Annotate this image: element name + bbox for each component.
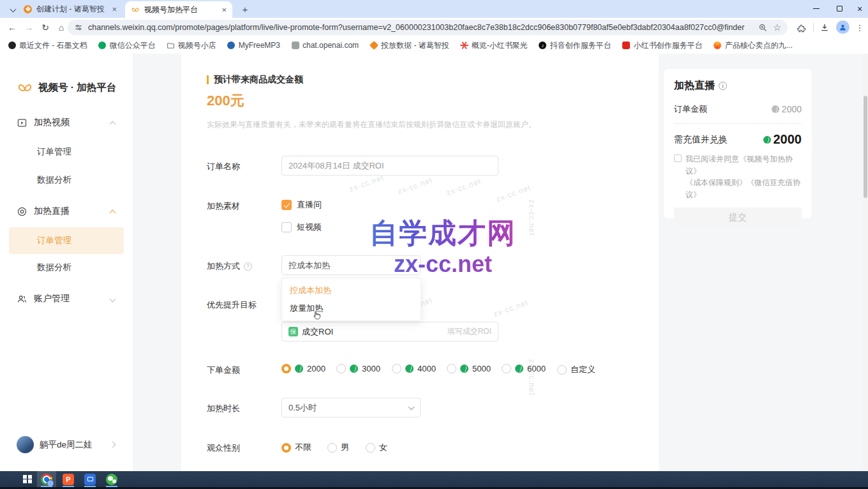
method-label: 加热方式? (207, 260, 252, 272)
radio-icon[interactable] (366, 443, 375, 453)
folder-icon (167, 41, 175, 50)
bookmark-item[interactable]: 投放数据 - 诸葛智投 (370, 40, 449, 51)
material-option-video[interactable]: 短视频 (281, 222, 322, 233)
budget-option-2000[interactable]: 2000 (281, 364, 326, 373)
browser-menu-button[interactable]: ⋮ (854, 20, 865, 34)
gender-label: 观众性别 (207, 442, 240, 454)
scrollbar-thumb[interactable] (864, 96, 867, 198)
info-icon[interactable]: i (719, 82, 727, 90)
gender-option-female[interactable]: 女 (366, 442, 387, 453)
radio-icon[interactable] (447, 364, 456, 373)
radio-icon[interactable] (557, 365, 567, 375)
zhuge-icon (370, 41, 378, 50)
close-tab-icon[interactable]: × (221, 6, 227, 14)
gender-option-male[interactable]: 男 (327, 442, 349, 453)
window-close-button[interactable]: × (850, 0, 868, 17)
duration-select[interactable]: 0.5小时 (281, 398, 421, 418)
toolbar-divider (813, 23, 814, 32)
close-tab-icon[interactable]: × (112, 5, 117, 13)
budget-option-6000[interactable]: 6000 (502, 364, 546, 373)
roi-name: 成交ROI (302, 326, 333, 338)
watermark-tile: zx-cc.net (348, 173, 385, 194)
bookmark-item[interactable]: 微信公众平台 (98, 40, 156, 51)
bookmark-item[interactable]: 视频号小店 (167, 40, 216, 51)
sidebar-item-live-orders-active[interactable]: 订单管理 (9, 227, 124, 254)
new-tab-button[interactable]: + (239, 3, 251, 15)
budget-option-custom[interactable]: 自定义 (557, 364, 595, 375)
dropdown-option-volume[interactable]: 放量加热 (282, 299, 421, 317)
downloads-icon[interactable] (819, 22, 830, 33)
extensions-icon[interactable] (797, 22, 807, 33)
radio-icon[interactable] (392, 364, 401, 373)
live-icon (17, 206, 27, 217)
sidebar-item-video-analytics[interactable]: 数据分析 (37, 174, 71, 186)
dropdown-option-cost-control[interactable]: 控成本加热 (282, 282, 421, 299)
method-dropdown: 控成本加热 放量加热 (281, 278, 421, 321)
taskbar-blue-app[interactable] (80, 471, 100, 487)
radio-icon[interactable] (336, 364, 346, 373)
myfreemp3-icon (227, 41, 235, 49)
order-name-input[interactable]: 2024年08月14日 成交ROI (281, 156, 498, 176)
reload-button[interactable]: ↻ (38, 20, 52, 34)
agreement-checkbox[interactable] (674, 154, 682, 162)
taskbar-wechat[interactable] (102, 471, 121, 487)
forward-button[interactable]: → (22, 20, 36, 34)
radio-selected-icon[interactable] (281, 443, 291, 453)
chevron-down-icon[interactable] (110, 296, 116, 303)
sidebar-group-account[interactable]: 账户管理 (17, 293, 70, 305)
radio-icon[interactable] (502, 364, 511, 373)
window-restore-button[interactable] (830, 0, 849, 17)
watermark-tile: zx-cc.net (396, 176, 433, 197)
chevron-up-icon[interactable] (110, 210, 116, 216)
estimated-amount: 200元 (207, 91, 244, 110)
coin-bean-icon (763, 136, 771, 144)
budget-option-4000[interactable]: 4000 (392, 364, 436, 373)
taskbar-chrome[interactable] (37, 471, 56, 487)
chevron-right-icon[interactable] (110, 442, 116, 448)
window-minimize-button[interactable] (807, 0, 826, 17)
budget-option-3000[interactable]: 3000 (336, 364, 380, 373)
material-option-live[interactable]: 直播间 (281, 199, 322, 211)
bookmark-item[interactable]: 最近文件 - 石墨文档 (8, 40, 87, 51)
method-select[interactable]: 控成本加热 (281, 255, 421, 275)
chevron-up-icon[interactable] (110, 121, 116, 128)
user-avatar (17, 436, 34, 453)
budget-option-5000[interactable]: 5000 (447, 364, 491, 373)
tab-heat-platform[interactable]: 视频号加热平台 × (125, 1, 232, 18)
zoom-icon[interactable] (758, 23, 768, 33)
radio-selected-icon[interactable] (281, 364, 291, 373)
sidebar-item-video-orders[interactable]: 订单管理 (37, 146, 71, 158)
bookmark-item[interactable]: 概览-小红书聚光 (460, 40, 528, 51)
bookmark-item[interactable]: 产品核心卖点的九... (714, 40, 793, 51)
roi-input[interactable]: 保 成交ROI 填写成交ROI (281, 322, 498, 342)
back-button[interactable]: ← (5, 20, 19, 34)
profile-avatar[interactable] (836, 20, 849, 34)
coin-bean-icon (772, 105, 779, 113)
address-bar[interactable]: channels.weixin.qq.com/promote/pages/pla… (68, 20, 788, 35)
bookmark-item[interactable]: 小红书创作服务平台 (622, 40, 703, 51)
bookmark-star-icon[interactable]: ☆ (773, 22, 781, 33)
sidebar-group-heat-video[interactable]: 加热视频 (17, 117, 70, 128)
bookmark-item[interactable]: ♪抖音创作服务平台 (539, 40, 611, 51)
url-text[interactable]: channels.weixin.qq.com/promote/pages/pla… (88, 23, 753, 32)
gender-option-any[interactable]: 不限 (281, 442, 311, 453)
checkbox-checked-icon[interactable] (281, 200, 292, 210)
radio-icon[interactable] (327, 443, 337, 453)
scrollbar-track[interactable] (863, 54, 868, 471)
start-button[interactable] (18, 471, 37, 487)
help-icon[interactable]: ? (244, 262, 252, 271)
home-button[interactable]: ⌂ (54, 20, 68, 34)
sidebar-group-heat-live[interactable]: 加热直播 (17, 206, 70, 217)
site-settings-icon[interactable] (74, 23, 83, 32)
recharge-value: 2000 (774, 132, 802, 147)
tab-create-plan[interactable]: 创建计划 - 诸葛智投 × (18, 2, 123, 16)
sidebar-item-live-analytics[interactable]: 数据分析 (37, 262, 71, 273)
user-row[interactable]: 躺平de周二娃 (0, 435, 133, 455)
checkbox-icon[interactable] (281, 222, 292, 232)
taskbar-wps[interactable]: P (59, 471, 78, 487)
accent-bar (207, 75, 209, 84)
estimate-note: 实际效果与直播质量有关，未带来的观看量将在直播结束后按规则折算微信豆或卡券退回原… (207, 119, 536, 130)
bookmark-item[interactable]: chat.openai.com (291, 41, 359, 50)
bookmark-item[interactable]: MyFreeMP3 (227, 41, 280, 50)
submit-button[interactable]: 提交 (674, 207, 802, 228)
